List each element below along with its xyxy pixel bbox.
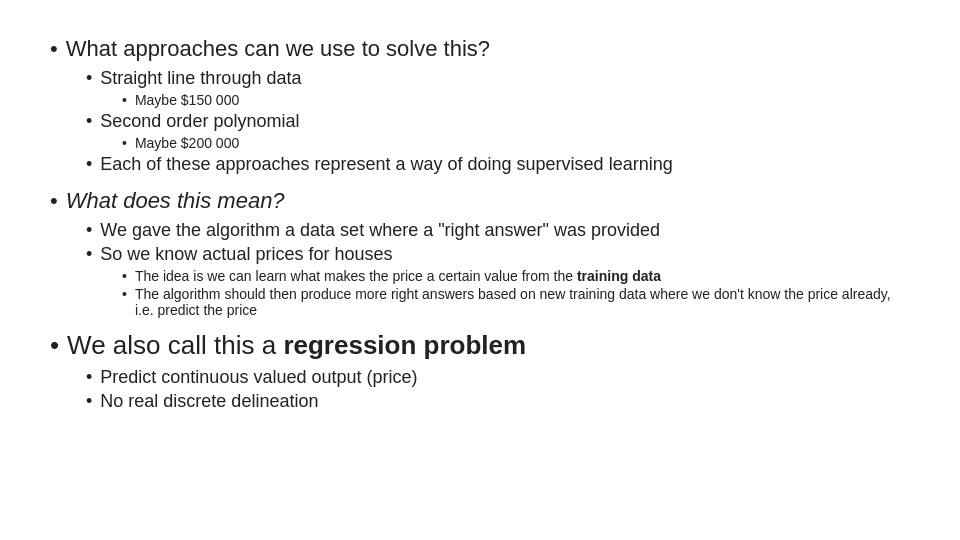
section-3: • We also call this a regression problem… [50, 324, 910, 415]
bullet-3-icon: • [50, 330, 59, 361]
bullet-1-3-icon: • [86, 154, 92, 175]
bullet-3-1-text: Predict continuous valued output (price) [100, 367, 417, 388]
bullet-1-3-text: Each of these approaches represent a way… [100, 154, 672, 175]
bullet-3-1: • Predict continuous valued output (pric… [86, 367, 910, 388]
bullet-3-2-text: No real discrete delineation [100, 391, 318, 412]
bullet-2-1-text: We gave the algorithm a data set where a… [100, 220, 660, 241]
bullet-1: • What approaches can we use to solve th… [50, 36, 910, 62]
bullet-2-2-1: • The idea is we can learn what makes th… [122, 268, 910, 284]
bullet-3-2: • No real discrete delineation [86, 391, 910, 412]
bullet-2-1-icon: • [86, 220, 92, 241]
bullet-1-1-1-icon: • [122, 92, 127, 108]
bullet-1-3: • Each of these approaches represent a w… [86, 154, 910, 175]
bullet-1-text: What approaches can we use to solve this… [66, 36, 490, 62]
bullet-1-1-1: • Maybe $150 000 [122, 92, 910, 108]
bullet-1-2-text: Second order polynomial [100, 111, 299, 132]
bullet-2: • What does this mean? [50, 188, 910, 214]
bullet-1-2-icon: • [86, 111, 92, 132]
slide: • What approaches can we use to solve th… [0, 0, 960, 540]
bullet-1-2: • Second order polynomial [86, 111, 910, 132]
bullet-2-2-text: So we know actual prices for houses [100, 244, 392, 265]
bullet-1-1-1-text: Maybe $150 000 [135, 92, 239, 108]
bullet-1-2-1-text: Maybe $200 000 [135, 135, 239, 151]
bullet-1-1: • Straight line through data [86, 68, 910, 89]
bullet-1-2-1: • Maybe $200 000 [122, 135, 910, 151]
bullet-2-2-2: • The algorithm should then produce more… [122, 286, 910, 318]
bullet-3: • We also call this a regression problem [50, 330, 910, 361]
bullet-2-2-2-text: The algorithm should then produce more r… [135, 286, 910, 318]
bullet-2-text: What does this mean? [66, 188, 285, 214]
bullet-3-text: We also call this a regression problem [67, 330, 526, 361]
bullet-1-2-1-icon: • [122, 135, 127, 151]
section-2: • What does this mean? • We gave the alg… [50, 182, 910, 320]
bullet-2-1: • We gave the algorithm a data set where… [86, 220, 910, 241]
bullet-2-2-1-icon: • [122, 268, 127, 284]
bullet-2-2-1-text: The idea is we can learn what makes the … [135, 268, 661, 284]
bullet-3-2-icon: • [86, 391, 92, 412]
section-1: • What approaches can we use to solve th… [50, 30, 910, 178]
bullet-3-1-icon: • [86, 367, 92, 388]
bullet-1-icon: • [50, 36, 58, 62]
bullet-2-2-icon: • [86, 244, 92, 265]
bullet-2-2: • So we know actual prices for houses [86, 244, 910, 265]
bullet-2-icon: • [50, 188, 58, 214]
bullet-1-1-text: Straight line through data [100, 68, 301, 89]
bullet-2-2-2-icon: • [122, 286, 127, 302]
bullet-1-1-icon: • [86, 68, 92, 89]
